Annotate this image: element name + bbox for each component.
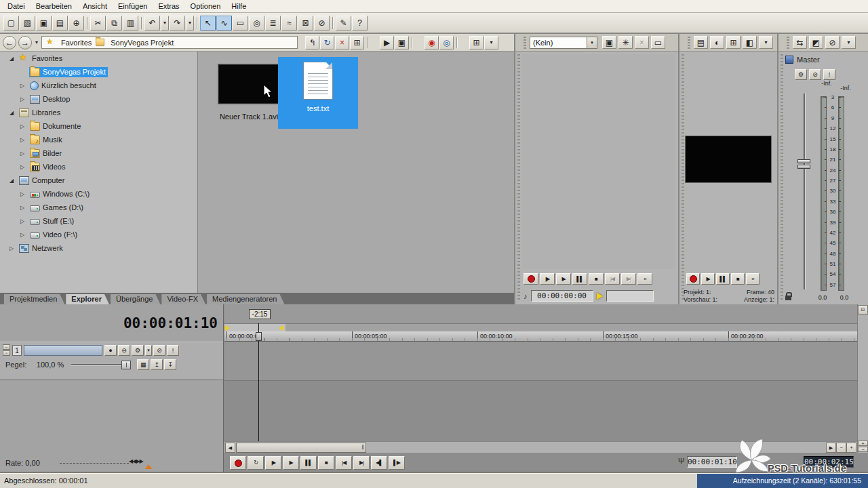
playhead-handle[interactable] (256, 332, 262, 341)
marker-bar[interactable]: -2:15 (224, 304, 857, 323)
panel-grip[interactable] (524, 37, 526, 49)
overflow-button[interactable]: » (746, 273, 760, 285)
time-ruler[interactable]: 00:00:00:0000:00:05:0000:00:10:0000:00:1… (224, 331, 857, 342)
track-lane[interactable] (224, 342, 857, 381)
trimmer-timecode[interactable]: 00:00:00:00 (531, 290, 593, 302)
insert-fx-icon[interactable]: ⚙ (795, 69, 807, 80)
toolbar-button[interactable] (139, 16, 144, 30)
track-header[interactable]: − ▫ 1 ●⊖⚙▾⊘! Pegel: 100,0 % ▦↥↧ (0, 342, 223, 380)
solo-icon[interactable]: ! (823, 69, 835, 80)
expander-icon[interactable]: ▷ (20, 218, 29, 224)
tree-item[interactable]: ▷ Bilder (0, 146, 197, 160)
pane-toggle-icon[interactable]: ⊡ (858, 305, 868, 314)
play-from-start-button[interactable]: |▶ (540, 273, 555, 285)
scrollbar-thumb[interactable] (236, 443, 366, 453)
redo-menu-icon[interactable]: ▾ (186, 16, 194, 30)
trimmer-aux-field[interactable] (606, 290, 654, 302)
panel-menu-icon[interactable]: ▾ (759, 36, 773, 49)
dock-tab[interactable]: Mediengeneratoren (207, 294, 284, 304)
preset-combo[interactable]: (Kein) ▾ (530, 37, 597, 49)
forward-button[interactable]: → (18, 36, 32, 49)
level-value[interactable]: 100,0 % (28, 361, 64, 369)
meter-left[interactable] (821, 96, 827, 291)
level-slider[interactable] (71, 361, 131, 369)
dock-tab[interactable]: Übergänge (111, 294, 160, 304)
tree-item[interactable]: ◢ Libraries (0, 106, 197, 119)
zoom-in-icon[interactable]: + (846, 443, 856, 453)
expander-icon[interactable]: ▷ (20, 232, 29, 238)
meter-right[interactable] (838, 96, 844, 291)
rate-slider-track[interactable] (60, 463, 129, 464)
play-from-start-button[interactable]: |▶ (265, 456, 281, 470)
cut-icon[interactable]: ✂ (90, 16, 106, 30)
track-name-field[interactable] (24, 345, 102, 356)
preview-quality-icon[interactable]: ◐ (710, 36, 724, 49)
save-project-icon[interactable]: ▣ (36, 16, 52, 30)
master-fader-handle[interactable] (797, 165, 810, 169)
lock-envelopes-icon[interactable]: ⊠ (298, 16, 313, 30)
track-fx-icon[interactable]: ⚙ (132, 345, 144, 356)
tree-item[interactable]: ▷ Musik (0, 133, 197, 146)
remove-plugin-icon[interactable]: × (635, 36, 649, 49)
ignore-event-grouping-icon[interactable]: ⊘ (314, 16, 330, 30)
track-area[interactable] (224, 342, 857, 441)
panel-menu-icon[interactable]: ▾ (842, 36, 856, 49)
breadcrumb-item[interactable]: Favorites (45, 38, 92, 47)
loop-playback-button[interactable]: ↻ (248, 456, 264, 470)
overlays-icon[interactable]: ⊞ (726, 36, 741, 49)
zoom-out-icon[interactable]: − (836, 443, 846, 453)
track-zoom-in-icon[interactable]: + (858, 441, 868, 446)
panel-grip[interactable] (517, 54, 520, 302)
pen-tool-icon[interactable]: ✎ (336, 16, 351, 30)
loop-region[interactable] (224, 324, 285, 331)
rate-marker-icon[interactable] (145, 464, 152, 469)
expander-icon[interactable]: ▷ (20, 83, 29, 89)
import-media-icon[interactable]: ⊕ (68, 16, 84, 30)
stop-button[interactable]: ■ (589, 273, 604, 285)
menu-item[interactable]: Datei (2, 0, 31, 12)
fade-up-icon[interactable]: ↥ (151, 359, 163, 370)
auto-preview-icon[interactable]: ▣ (395, 36, 409, 49)
tree-item[interactable]: ▷ Games (D:\) (0, 201, 197, 214)
horizontal-scrollbar[interactable]: ◀ ▶ − + (224, 441, 857, 453)
menu-item[interactable]: Bearbeiten (31, 0, 77, 12)
plugin-chain-icon[interactable]: ✳ (618, 36, 633, 49)
panel-grip[interactable] (682, 54, 684, 302)
menu-item[interactable]: Extras (153, 0, 184, 12)
menu-item[interactable]: Ansicht (77, 0, 113, 12)
explorer-toolbar-button[interactable] (410, 36, 424, 49)
tree-item[interactable]: ▷ Dokumente (0, 119, 197, 133)
panel-grip[interactable] (781, 54, 783, 302)
record-button[interactable] (686, 273, 700, 285)
redo-icon[interactable]: ↷ (170, 16, 185, 30)
menu-item[interactable]: Einfügen (113, 0, 153, 12)
breadcrumb-item[interactable]: SonyVegas Projekt (95, 38, 174, 47)
invert-phase-icon[interactable]: ⊖ (118, 345, 130, 356)
back-button[interactable]: ← (3, 36, 16, 49)
new-folder-icon[interactable]: ⊞ (350, 36, 364, 49)
rate-slider-handle[interactable]: ◀◀▶▶ (129, 458, 143, 464)
tree-item[interactable]: ▷ Netzwerk (0, 241, 197, 255)
dim-output-icon[interactable]: ◩ (809, 36, 823, 49)
tree-item[interactable]: ▷ Kürzlich besucht (0, 79, 197, 92)
record-button[interactable] (230, 456, 246, 470)
expander-icon[interactable]: ▷ (20, 205, 29, 211)
tree-item[interactable]: ◢ Computer (0, 174, 197, 187)
media-manager-icon[interactable]: ◉ (425, 36, 439, 49)
downmix-output-icon[interactable]: ⇆ (793, 36, 807, 49)
tree-item[interactable]: ◢ Favorites (0, 52, 197, 65)
mute-icon[interactable]: ⊘ (153, 345, 165, 356)
selection-edit-tool-icon[interactable]: ▭ (233, 16, 248, 30)
next-frame-button[interactable]: ▌▶ (389, 456, 405, 470)
menu-item[interactable]: Hilfe (226, 0, 252, 12)
tree-item[interactable]: SonyVegas Projekt (0, 65, 197, 79)
menu-item[interactable]: Optionen (185, 0, 226, 12)
toolbar-button[interactable] (85, 16, 90, 30)
up-one-level-icon[interactable]: ↰ (305, 36, 319, 49)
pause-button[interactable]: ▌▌ (572, 273, 587, 285)
panel-grip[interactable] (787, 37, 789, 49)
level-slider-handle[interactable] (121, 361, 131, 369)
input-meters-icon[interactable]: ▦ (137, 359, 149, 370)
expander-icon[interactable]: ◢ (9, 178, 18, 184)
master-mute-icon[interactable]: ⊘ (825, 36, 840, 49)
